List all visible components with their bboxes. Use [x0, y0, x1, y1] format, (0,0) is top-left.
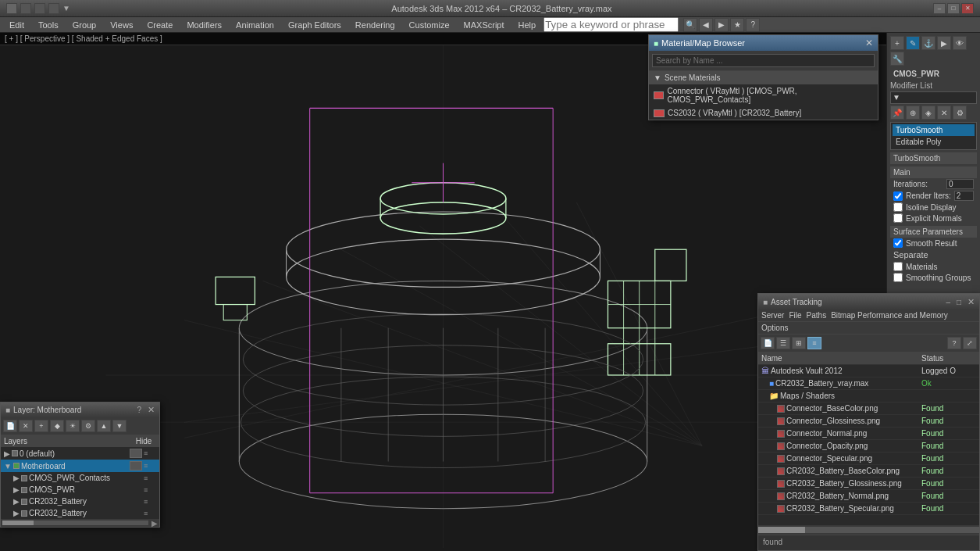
- material-item-connector[interactable]: Connector ( VRayMtl ) [CMOS_PWR, CMOS_PW…: [649, 84, 878, 106]
- asset-row-maps-folder[interactable]: 📁 Maps / Shaders: [758, 390, 979, 403]
- pin-icon[interactable]: 📌: [890, 106, 904, 120]
- menu-item-views[interactable]: Views: [104, 19, 139, 31]
- asset-row-connector-base[interactable]: Connector_BaseColor.png Found: [758, 403, 979, 415]
- layer-item-default[interactable]: ▶ 0 (default) ≡: [1, 447, 159, 460]
- create-icon[interactable]: +: [890, 36, 904, 50]
- asset-row-connector-gloss[interactable]: Connector_Glossiness.png Found: [758, 415, 979, 428]
- modify-icon[interactable]: ✎: [906, 36, 920, 50]
- layer-item-cmos-contacts[interactable]: ▶ CMOS_PWR_Contacts ≡: [1, 472, 159, 484]
- layer-checkbox-motherboard[interactable]: [130, 461, 142, 470]
- asset-tool-grid[interactable]: ⊞: [792, 337, 806, 349]
- asset-row-connector-normal[interactable]: Connector_Normal.png Found: [758, 428, 979, 440]
- asset-row-cr2032-gloss[interactable]: CR2032_Battery_Glossiness.png Found: [758, 478, 979, 490]
- asset-tool-list[interactable]: ☰: [776, 337, 790, 349]
- minimize-button[interactable]: –: [933, 3, 946, 14]
- material-item-cs2032[interactable]: CS2032 ( VRayMtl ) [CR2032_Battery]: [649, 106, 878, 120]
- asset-menu-bitmap[interactable]: Bitmap Performance and Memory: [831, 311, 948, 320]
- asset-menu-options[interactable]: Options: [761, 324, 788, 332]
- asset-row-connector-opacity[interactable]: Connector_Opacity.png Found: [758, 440, 979, 453]
- menu-item-animation[interactable]: Animation: [230, 19, 280, 31]
- layer-item-motherboard[interactable]: ▼ Motherboard ≡: [1, 460, 159, 472]
- asset-row-cr2032-base[interactable]: CR2032_Battery_BaseColor.png Found: [758, 465, 979, 478]
- layer-select-btn[interactable]: ◆: [50, 420, 64, 432]
- layer-close-btn[interactable]: ✕: [148, 405, 155, 415]
- hierarchy-icon[interactable]: ⚓: [921, 36, 935, 50]
- turbosmooth-header[interactable]: TurboSmooth: [890, 152, 977, 164]
- explicit-normals-checkbox[interactable]: [893, 213, 903, 223]
- layer-item-cr2032-battery-2[interactable]: ▶ CR2032_Battery ≡: [1, 507, 159, 519]
- layer-move-down-btn[interactable]: ▼: [112, 420, 127, 432]
- display-icon[interactable]: 👁: [953, 36, 967, 50]
- layer-move-up-btn[interactable]: ▲: [97, 420, 111, 432]
- render-iters-checkbox[interactable]: [893, 191, 903, 201]
- menu-item-customize[interactable]: Customize: [403, 19, 456, 31]
- help-icon[interactable]: ?: [746, 18, 760, 32]
- layer-item-cmos-pwr[interactable]: ▶ CMOS_PWR ≡: [1, 484, 159, 496]
- material-browser-close[interactable]: ✕: [865, 38, 873, 48]
- menu-item-graph-editors[interactable]: Graph Editors: [282, 19, 347, 31]
- surface-params-header[interactable]: Surface Parameters: [890, 226, 977, 238]
- asset-hscrollbar[interactable]: [758, 525, 979, 535]
- layer-checkbox-default[interactable]: [130, 449, 142, 458]
- layer-new-btn[interactable]: 📄: [3, 420, 17, 432]
- configure-icon[interactable]: ⚙: [953, 106, 967, 120]
- menu-item-edit[interactable]: Edit: [3, 19, 30, 31]
- asset-maximize-btn[interactable]: □: [957, 298, 961, 306]
- maximize-button[interactable]: □: [947, 3, 960, 14]
- layer-scrollbar-thumb[interactable]: [2, 521, 34, 525]
- search-icon[interactable]: 🔍: [683, 18, 697, 32]
- asset-row-connector-specular[interactable]: Connector_Specular.png Found: [758, 453, 979, 465]
- main-section[interactable]: Main: [890, 166, 977, 178]
- isoline-checkbox[interactable]: [893, 202, 903, 212]
- asset-tool-help[interactable]: ?: [947, 337, 961, 349]
- menu-item-rendering[interactable]: Rendering: [349, 19, 401, 31]
- layer-highlight-btn[interactable]: ☀: [66, 420, 80, 432]
- iterations-input[interactable]: [946, 179, 974, 189]
- asset-minimize-btn[interactable]: –: [946, 298, 950, 306]
- modifier-item-editable-poly[interactable]: Editable Poly: [893, 136, 975, 148]
- layer-delete-btn[interactable]: ✕: [19, 420, 33, 432]
- modifier-dropdown[interactable]: ▼: [890, 91, 977, 104]
- layer-item-cr2032-battery-1[interactable]: ▶ CR2032_Battery ≡: [1, 496, 159, 507]
- smooth-result-checkbox[interactable]: [893, 238, 903, 248]
- search-input[interactable]: [543, 17, 679, 32]
- make-unique-icon[interactable]: ◈: [921, 106, 935, 120]
- layer-help-btn[interactable]: ?: [137, 406, 141, 414]
- menu-item-help[interactable]: Help: [512, 19, 543, 31]
- asset-close-btn[interactable]: ✕: [968, 297, 975, 307]
- asset-hscrollbar-thumb[interactable]: [758, 527, 805, 533]
- asset-row-vault[interactable]: 🏛 Autodesk Vault 2012 Logged O: [758, 365, 979, 377]
- layer-settings-btn[interactable]: ⚙: [81, 420, 95, 432]
- scene-materials-header[interactable]: ▼ Scene Materials: [649, 71, 878, 84]
- asset-menu-server[interactable]: Server: [761, 311, 784, 320]
- menu-item-create[interactable]: Create: [141, 19, 179, 31]
- menu-item-tools[interactable]: Tools: [32, 19, 65, 31]
- bookmark-icon[interactable]: ★: [730, 18, 744, 32]
- back-icon[interactable]: ◀: [699, 18, 713, 32]
- scroll-right-icon[interactable]: ▶: [151, 519, 158, 528]
- asset-row-maxfile[interactable]: ■ CR2032_Battery_vray.max Ok: [758, 377, 979, 390]
- asset-row-cr2032-normal[interactable]: CR2032_Battery_Normal.png Found: [758, 490, 979, 503]
- motion-icon[interactable]: ▶: [937, 36, 951, 50]
- asset-menu-file[interactable]: File: [789, 311, 801, 320]
- render-iters-input[interactable]: [954, 191, 974, 201]
- materials-checkbox[interactable]: [893, 262, 903, 271]
- menu-item-maxscript[interactable]: MAXScript: [458, 19, 511, 31]
- menu-item-group[interactable]: Group: [66, 19, 103, 31]
- utility-icon[interactable]: 🔧: [890, 52, 904, 66]
- show-end-result-icon[interactable]: ⊕: [906, 106, 920, 120]
- layer-add-btn[interactable]: +: [34, 420, 48, 432]
- forward-icon[interactable]: ▶: [715, 18, 729, 32]
- material-search-input[interactable]: [652, 54, 875, 67]
- asset-menu-paths[interactable]: Paths: [807, 311, 827, 320]
- asset-row-cr2032-specular[interactable]: CR2032_Battery_Specular.png Found: [758, 503, 979, 515]
- smoothing-groups-checkbox[interactable]: [893, 273, 903, 282]
- modifier-item-turbosmooth[interactable]: TurboSmooth: [893, 124, 975, 136]
- asset-tool-detail[interactable]: ≡: [807, 337, 821, 349]
- close-button[interactable]: ✕: [961, 3, 974, 14]
- menu-item-modifiers[interactable]: Modifiers: [180, 19, 228, 31]
- layer-scrollbar[interactable]: ▶: [1, 519, 159, 527]
- asset-tool-new[interactable]: 📄: [761, 337, 775, 349]
- asset-tool-expand[interactable]: ⤢: [963, 337, 977, 349]
- remove-modifier-icon[interactable]: ✕: [937, 106, 951, 120]
